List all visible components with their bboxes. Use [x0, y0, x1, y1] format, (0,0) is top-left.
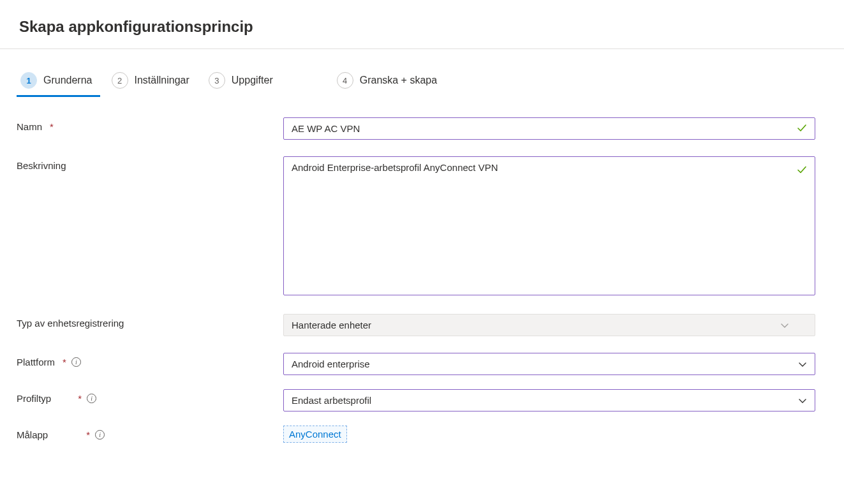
tab-settings[interactable]: 2 Inställningar — [108, 68, 197, 97]
required-indicator: * — [50, 121, 54, 132]
tab-step-number: 4 — [337, 72, 353, 89]
tab-step-number: 2 — [112, 72, 128, 89]
tab-review-create[interactable]: 4 Granska + skapa — [333, 68, 445, 97]
info-icon[interactable]: i — [71, 357, 81, 367]
wizard-tabs: 1 Grunderna 2 Inställningar 3 Uppgifter … — [17, 68, 827, 97]
enrollment-type-select: Hanterade enheter — [283, 314, 815, 336]
chevron-down-icon — [798, 360, 807, 369]
name-label: Namn — [17, 121, 42, 132]
target-app-link[interactable]: AnyConnect — [283, 426, 347, 443]
tab-assignments[interactable]: 3 Uppgifter — [205, 68, 281, 97]
description-label: Beskrivning — [17, 160, 66, 171]
check-icon — [796, 164, 808, 177]
info-icon[interactable]: i — [95, 430, 105, 440]
platform-value: Android enterprise — [292, 359, 370, 369]
enrollment-type-label: Typ av enhetsregistrering — [17, 318, 124, 329]
enrollment-type-value: Hanterade enheter — [292, 320, 371, 330]
description-textarea[interactable] — [283, 156, 815, 295]
profile-type-value: Endast arbetsprofil — [292, 395, 371, 406]
profile-type-label: Profiltyp — [17, 393, 51, 404]
tab-label: Grunderna — [43, 75, 93, 86]
tab-step-number: 3 — [209, 72, 225, 89]
required-indicator: * — [78, 393, 82, 404]
info-icon[interactable]: i — [87, 394, 96, 403]
platform-label: Plattform — [17, 357, 55, 367]
tab-label: Granska + skapa — [360, 75, 437, 86]
check-icon — [796, 122, 808, 135]
tab-label: Uppgifter — [232, 75, 273, 86]
tab-step-number: 1 — [20, 72, 37, 89]
platform-select[interactable]: Android enterprise — [283, 353, 815, 375]
chevron-down-icon — [798, 396, 807, 405]
required-indicator: * — [86, 429, 90, 440]
tab-label: Inställningar — [135, 75, 189, 86]
profile-type-select[interactable]: Endast arbetsprofil — [283, 389, 815, 411]
name-input[interactable] — [283, 117, 815, 140]
required-indicator: * — [63, 357, 66, 367]
page-title: Skapa appkonfigurationsprincip — [19, 18, 825, 36]
tab-basics[interactable]: 1 Grunderna — [17, 68, 100, 97]
target-app-label: Målapp — [17, 429, 48, 440]
chevron-down-icon — [780, 321, 789, 330]
